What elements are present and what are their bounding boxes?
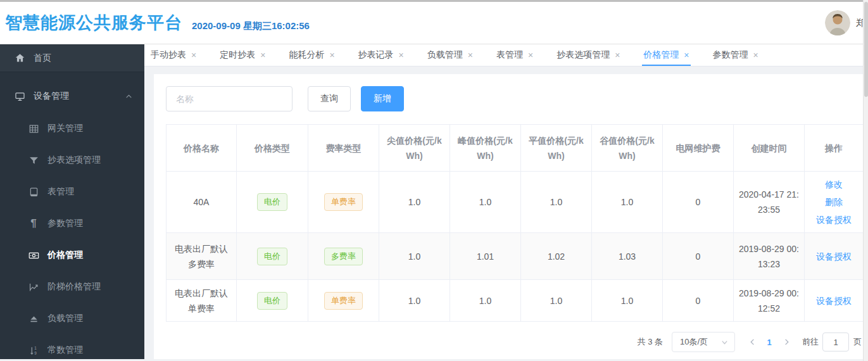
column-header: 价格类型: [237, 125, 308, 172]
filter-icon: [28, 155, 39, 166]
tab-抄表记录[interactable]: 抄表记录×: [358, 44, 404, 66]
authorize-device-link[interactable]: 设备授权: [816, 248, 852, 265]
close-icon[interactable]: ×: [684, 50, 689, 60]
sidebar-item-tiered-price-management[interactable]: 阶梯价格管理: [0, 271, 144, 303]
tab-表管理[interactable]: 表管理×: [496, 44, 533, 66]
close-icon[interactable]: ×: [528, 50, 533, 60]
column-header: 峰值价格(元/kWh): [450, 125, 521, 172]
cell-price-name: 40A: [167, 172, 237, 233]
edit-link[interactable]: 修改: [825, 175, 843, 193]
cell-peak-price: 1.0: [450, 280, 521, 322]
cell-rate-type: 多费率: [308, 233, 379, 280]
sidebar-item-home[interactable]: 首页: [0, 44, 144, 72]
cell-valley-price: 1.03: [592, 233, 663, 280]
tab-label: 表管理: [496, 49, 523, 61]
cell-flat-price: 1.02: [521, 233, 592, 280]
tab-定时抄表[interactable]: 定时抄表×: [220, 44, 265, 66]
page-number[interactable]: 1: [760, 338, 778, 347]
column-header: 价格名称: [167, 125, 237, 172]
user-area: 郑: [825, 10, 865, 35]
goto-page-input[interactable]: [822, 332, 849, 352]
tab-label: 能耗分析: [289, 49, 324, 61]
monitor-icon: [14, 91, 25, 102]
close-icon[interactable]: ×: [468, 50, 473, 60]
tab-负载管理[interactable]: 负载管理×: [427, 44, 473, 66]
authorize-device-link[interactable]: 设备授权: [816, 211, 852, 229]
cell-rate-type: 单费率: [308, 172, 379, 233]
sidebar: 首页设备管理网关管理抄表选项管理表管理¶参数管理价格管理阶梯价格管理负载管理19…: [0, 44, 144, 359]
sidebar-item-price-management[interactable]: 价格管理: [0, 239, 144, 271]
content-area: 查询 新增 价格名称价格类型费率类型尖值价格(元/kWh)峰值价格(元/kWh)…: [144, 66, 868, 359]
table-row: 40A电价单费率1.01.01.01.002020-04-17 21:23:55…: [167, 172, 864, 233]
app-header: 智慧能源公共服务平台 2020-09-09 星期三16:02:56 郑: [0, 0, 868, 44]
sidebar-item-label: 设备管理: [34, 91, 69, 102]
next-page-button[interactable]: [778, 338, 795, 346]
tab-手动抄表[interactable]: 手动抄表×: [151, 44, 196, 66]
cell-peak-price: 1.0: [450, 172, 521, 233]
svg-text:1: 1: [34, 346, 37, 350]
tab-label: 抄表选项管理: [557, 49, 610, 61]
cell-actions: 设备授权: [805, 280, 864, 322]
pagination-total: 共 3 条: [638, 336, 663, 348]
sidebar-item-label: 价格管理: [47, 250, 83, 261]
close-icon[interactable]: ×: [399, 50, 404, 60]
column-header: 电网维护费: [663, 125, 734, 172]
scrollbar[interactable]: [863, 0, 868, 361]
search-input[interactable]: [166, 86, 292, 111]
sidebar-item-parameter-management[interactable]: ¶参数管理: [0, 208, 144, 239]
sidebar-item-label: 负载管理: [47, 313, 83, 324]
sidebar-item-gateway-management[interactable]: 网关管理: [0, 113, 144, 144]
tab-label: 定时抄表: [220, 49, 255, 61]
tab-价格管理[interactable]: 价格管理×: [643, 44, 689, 66]
authorize-device-link[interactable]: 设备授权: [816, 292, 852, 310]
column-header: 尖值价格(元/kWh): [379, 125, 450, 172]
close-icon[interactable]: ×: [260, 50, 265, 60]
page-title: 智慧能源公共服务平台: [5, 11, 182, 34]
close-icon[interactable]: ×: [329, 50, 334, 60]
close-icon[interactable]: ×: [615, 50, 620, 60]
scrollbar-thumb[interactable]: [864, 2, 868, 97]
money-icon: [28, 250, 39, 261]
sidebar-item-label: 抄表选项管理: [47, 155, 101, 166]
cell-actions: 设备授权: [805, 233, 864, 280]
tab-能耗分析[interactable]: 能耗分析×: [289, 44, 334, 66]
datetime: 2020-09-09 星期三16:02:56: [192, 14, 310, 32]
sidebar-item-meter-read-options[interactable]: 抄表选项管理: [0, 144, 144, 176]
close-icon[interactable]: ×: [191, 50, 196, 60]
status-badge: 单费率: [324, 292, 363, 310]
sidebar-item-constant-management[interactable]: 19常数管理: [0, 334, 144, 359]
sidebar-menu: 首页设备管理网关管理抄表选项管理表管理¶参数管理价格管理阶梯价格管理负载管理19…: [0, 44, 144, 359]
sidebar-item-meter-management[interactable]: 表管理: [0, 176, 144, 208]
cell-sharp-price: 1.0: [379, 280, 450, 322]
query-button[interactable]: 查询: [308, 86, 351, 111]
delete-link[interactable]: 删除: [825, 193, 843, 211]
close-icon[interactable]: ×: [753, 50, 758, 60]
cell-grid-maintenance-fee: 0: [663, 280, 734, 322]
sidebar-item-label: 常数管理: [47, 345, 83, 356]
price-table: 价格名称价格类型费率类型尖值价格(元/kWh)峰值价格(元/kWh)平值价格(元…: [166, 124, 864, 322]
tab-抄表选项管理[interactable]: 抄表选项管理×: [557, 44, 620, 66]
prev-page-button[interactable]: [744, 338, 760, 346]
status-badge: 电价: [257, 292, 287, 310]
svg-text:9: 9: [34, 350, 37, 355]
cell-flat-price: 1.0: [521, 172, 592, 233]
avatar[interactable]: [825, 10, 850, 35]
cell-price-type: 电价: [237, 172, 308, 233]
column-header: 费率类型: [308, 125, 379, 172]
sidebar-item-label: 表管理: [47, 186, 74, 198]
tab-label: 手动抄表: [151, 49, 186, 61]
avatar-image: [825, 10, 850, 35]
sidebar-item-device-management[interactable]: 设备管理: [0, 80, 144, 113]
cell-grid-maintenance-fee: 0: [663, 172, 734, 233]
cell-grid-maintenance-fee: 0: [663, 233, 734, 280]
sidebar-item-load-management[interactable]: 负载管理: [0, 303, 144, 334]
add-button[interactable]: 新增: [361, 86, 404, 111]
tab-参数管理[interactable]: 参数管理×: [713, 44, 758, 66]
sidebar-item-label: 阶梯价格管理: [47, 281, 101, 293]
tab-bar: 手动抄表×定时抄表×能耗分析×抄表记录×负载管理×表管理×抄表选项管理×价格管理…: [144, 44, 868, 66]
page-size-select[interactable]: 10条/页: [672, 332, 735, 352]
cell-price-type: 电价: [237, 280, 308, 322]
cell-created-time: 2019-08-29 00:13:23: [734, 233, 805, 280]
content-card: 查询 新增 价格名称价格类型费率类型尖值价格(元/kWh)峰值价格(元/kWh)…: [154, 74, 863, 359]
cell-valley-price: 1.0: [592, 172, 663, 233]
